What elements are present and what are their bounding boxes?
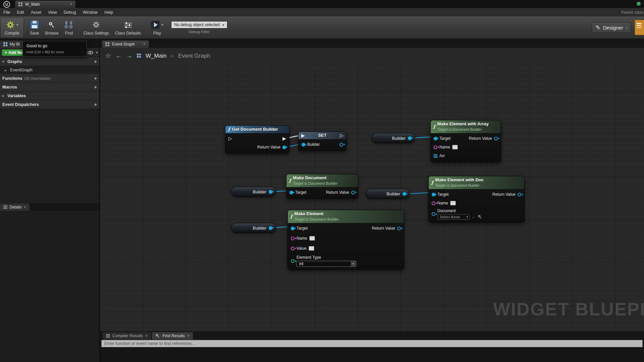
select-asset-dropdown[interactable]: Select Asset ▾ — [437, 214, 470, 220]
designer-mode-button[interactable]: ✎ Designer › — [592, 22, 631, 33]
add-event-dispatcher-button[interactable]: + — [94, 102, 97, 107]
exec-out-pin[interactable]: ▷ — [340, 133, 343, 138]
save-button[interactable]: Save — [27, 19, 42, 37]
favorite-star-icon[interactable]: ☆ — [105, 52, 111, 60]
value-pin[interactable] — [291, 247, 294, 250]
navigate-back-icon[interactable]: ← — [115, 52, 122, 60]
close-icon[interactable]: × — [187, 334, 190, 338]
node-get-document-builder[interactable]: ƒ Get Document Builder ▷ ▶ Return Value — [225, 125, 289, 154]
expander-closed-icon[interactable]: ▸ — [5, 68, 8, 72]
navigate-forward-icon[interactable]: → — [126, 52, 132, 60]
play-button[interactable]: ▾ Play — [148, 19, 166, 37]
expander-open-icon[interactable]: ▾ — [2, 60, 6, 63]
breadcrumb-current[interactable]: Event Graph — [178, 53, 210, 59]
add-function-button[interactable]: + — [94, 75, 97, 81]
expander-closed-icon[interactable]: ▸ — [2, 94, 6, 98]
class-settings-button[interactable]: Class Settings — [80, 19, 112, 37]
menu-asset[interactable]: Asset — [28, 8, 45, 16]
breadcrumb-root[interactable]: W_Main — [146, 53, 166, 59]
debug-object-dropdown[interactable]: No debug object selected ▾ — [171, 21, 227, 28]
return-value-pin[interactable] — [518, 193, 521, 196]
return-value-pin[interactable] — [282, 145, 286, 149]
close-icon[interactable]: × — [143, 42, 146, 46]
add-new-button[interactable]: + Add Ne — [2, 49, 25, 56]
section-functions[interactable]: Functions (39 Overridable) + — [0, 74, 99, 83]
node-header[interactable]: ƒ Make Element Target is Document Builde… — [288, 210, 404, 223]
node-set-builder[interactable]: ▶ SET ▷ Builder — [298, 131, 346, 151]
name-text-input[interactable] — [450, 201, 456, 205]
target-pin[interactable] — [289, 191, 293, 194]
use-selected-asset-icon[interactable]: ← — [472, 215, 476, 219]
find-references-search-input[interactable] — [101, 340, 643, 347]
eye-visibility-icon[interactable] — [88, 51, 93, 54]
array-pin[interactable] — [434, 154, 437, 158]
exec-in-pin[interactable]: ▶ — [301, 133, 305, 138]
play-options-caret-icon[interactable]: ▾ — [161, 23, 163, 26]
tab-event-graph[interactable]: Event Graph × — [102, 41, 149, 48]
builder-output-pin[interactable] — [269, 190, 272, 194]
node-header[interactable]: ƒ Make Element with Array Target is Docu… — [431, 120, 501, 133]
sidebar-item-eventgraph[interactable]: ▸ EventGraph — [0, 66, 99, 74]
exec-in-pin[interactable]: ▷ — [228, 136, 232, 141]
close-icon[interactable]: × — [70, 2, 72, 6]
asset-tab-wmain[interactable]: W_Main × — [15, 0, 76, 8]
close-icon[interactable]: × — [24, 205, 26, 209]
graph-mode-button[interactable] — [635, 20, 644, 35]
name-pin[interactable] — [432, 201, 435, 205]
node-builder-variable[interactable]: Builder — [372, 133, 415, 143]
find-button[interactable]: Find — [61, 19, 76, 37]
node-header[interactable]: ƒ Get Document Builder — [225, 126, 289, 133]
node-header[interactable]: ▶ SET ▷ — [299, 132, 346, 139]
close-icon[interactable]: × — [145, 334, 148, 338]
menu-help[interactable]: Help — [101, 8, 116, 16]
section-macros[interactable]: Macros + — [0, 83, 99, 92]
tab-compiler-results[interactable]: Compiler Results × — [103, 332, 151, 340]
add-macro-button[interactable]: + — [94, 84, 97, 90]
node-make-element-with-array[interactable]: ƒ Make Element with Array Target is Docu… — [430, 120, 501, 162]
class-defaults-button[interactable]: Class Defaults — [112, 19, 144, 37]
tab-details[interactable]: Details × — [0, 203, 30, 211]
document-pin[interactable] — [432, 212, 435, 216]
name-text-input[interactable] — [309, 236, 315, 241]
compile-button[interactable]: ▾ Compile — [1, 18, 23, 37]
node-header[interactable]: ƒ Make Element with Doc Target is Docume… — [429, 176, 524, 189]
menu-debug[interactable]: Debug — [60, 8, 79, 16]
menu-edit[interactable]: Edit — [13, 8, 28, 16]
node-builder-variable[interactable]: Builder — [366, 189, 410, 199]
builder-output-pin[interactable] — [269, 226, 272, 230]
value-text-input[interactable] — [309, 246, 314, 251]
name-text-input[interactable] — [452, 145, 458, 149]
target-pin[interactable] — [434, 137, 437, 140]
output-value-pin[interactable] — [339, 143, 343, 146]
builder-output-pin[interactable] — [402, 192, 406, 196]
element-type-dropdown[interactable]: int ▾ — [297, 261, 356, 267]
element-type-pin[interactable] — [291, 259, 294, 263]
target-pin[interactable] — [432, 193, 435, 196]
return-value-pin[interactable] — [351, 191, 355, 194]
name-pin[interactable] — [434, 145, 437, 149]
builder-input-pin[interactable] — [302, 143, 305, 146]
section-variables[interactable]: ▸ Variables — [0, 92, 99, 100]
tab-my-blueprint[interactable]: My Bl — [0, 41, 23, 48]
menu-file[interactable]: File — [0, 8, 13, 16]
exec-out-pin[interactable]: ▶ — [282, 136, 286, 141]
node-make-element-with-doc[interactable]: ƒ Make Element with Doc Target is Docume… — [428, 176, 525, 223]
return-value-pin[interactable] — [494, 137, 498, 140]
compile-options-caret-icon[interactable]: ▾ — [16, 23, 18, 26]
target-pin[interactable] — [291, 227, 294, 230]
section-event-dispatchers[interactable]: Event Dispatchers + — [0, 100, 99, 109]
name-pin[interactable] — [291, 237, 294, 240]
node-make-document[interactable]: ƒ Make Document Target is Document Build… — [286, 174, 358, 199]
menu-view[interactable]: View — [45, 8, 60, 16]
node-header[interactable]: ƒ Make Document Target is Document Build… — [286, 174, 358, 187]
browse-asset-icon[interactable] — [478, 215, 482, 219]
menu-window[interactable]: Window — [79, 8, 101, 16]
blueprint-graph-canvas[interactable]: ☆ ← → W_Main > Event Graph ƒ Get Documen… — [100, 48, 644, 331]
section-graphs[interactable]: ▾ Graphs + — [0, 57, 99, 66]
return-value-pin[interactable] — [397, 227, 401, 230]
builder-output-pin[interactable] — [408, 136, 412, 140]
tab-find-results[interactable]: Find Results × — [152, 332, 193, 340]
add-graph-button[interactable]: + — [94, 59, 97, 64]
node-builder-variable[interactable]: Builder — [231, 187, 276, 197]
chevron-down-icon[interactable]: ▾ — [96, 51, 98, 54]
